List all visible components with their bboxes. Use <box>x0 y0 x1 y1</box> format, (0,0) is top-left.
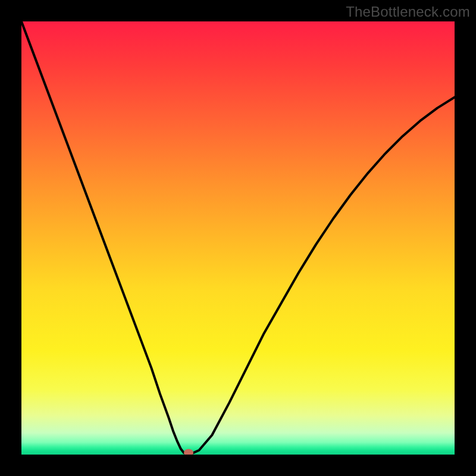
chart-frame: TheBottleneck.com <box>0 0 476 476</box>
plot-area <box>21 21 455 455</box>
bottleneck-curve <box>21 21 455 455</box>
attribution-text: TheBottleneck.com <box>346 4 470 20</box>
